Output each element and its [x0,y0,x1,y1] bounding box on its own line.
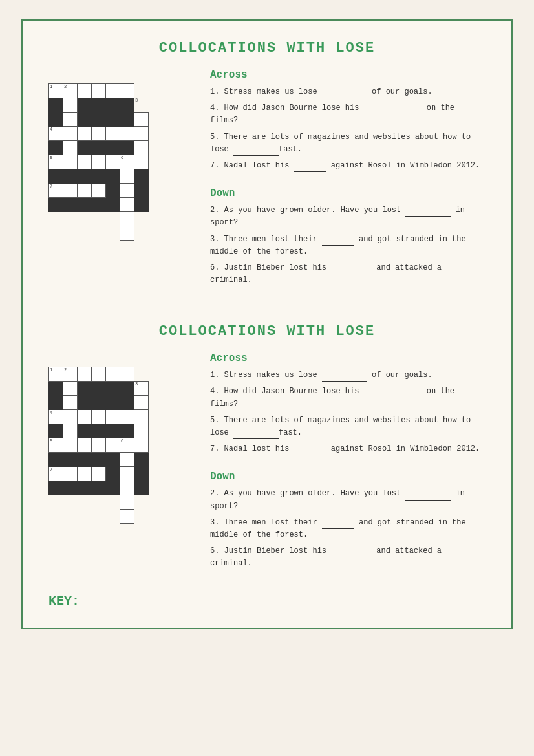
across-title-1: Across [210,69,486,81]
down-title-1: Down [210,188,486,199]
clue-5-across-1: 5. There are lots of magazines and websi… [210,131,486,156]
clue-1-across-2: 1. Stress makes us lose of our goals. [210,369,486,382]
clue-3-down-2: 3. Three men lost their and got stranded… [210,517,486,541]
title-1: COLLOCATIONS WITH LOSE [48,40,486,56]
clue-3-down-1: 3. Three men lost their and got stranded… [210,233,486,258]
clue-4-across-1: 4. How did Jason Bourne lose his on the … [210,102,486,127]
clues-area-1: Across 1. Stress makes us lose of our go… [210,69,486,290]
page: COLLOCATIONS WITH LOSE [21,19,513,629]
clue-4-across-2: 4. How did Jason Bourne lose his on the … [210,385,486,410]
clue-7-across-2: 7. Nadal lost his against Rosol in Wimbl… [210,443,486,455]
section-divider [48,310,486,310]
content-area-2: 1 2 [48,352,486,574]
across-title-2: Across [210,352,486,364]
clue-6-down-1: 6. Justin Bieber lost his and attacked a… [210,262,486,286]
clue-5-across-2: 5. There are lots of magazines and websi… [210,415,486,439]
grid-table-1: 1 2 [48,69,163,241]
content-area-1: 1 2 [48,69,486,290]
clue-7-across-1: 7. Nadal lost his against Rosol in Wimbl… [210,160,486,172]
section-1: COLLOCATIONS WITH LOSE [48,40,486,290]
down-title-2: Down [210,471,486,482]
key-label: KEY: [48,594,80,609]
section-2: COLLOCATIONS WITH LOSE [48,323,486,574]
clue-1-across-1: 1. Stress makes us lose of our goals. [210,86,486,98]
clue-2-down-2: 2. As you have grown older. Have you los… [210,488,486,512]
clue-2-down-1: 2. As you have grown older. Have you los… [210,204,486,229]
crossword-grid-2: 1 2 [48,352,191,574]
grid-table-2: 1 2 [48,352,163,524]
title-2: COLLOCATIONS WITH LOSE [48,323,486,340]
clue-6-down-2: 6. Justin Bieber lost his and attacked a… [210,545,486,570]
clues-area-2: Across 1. Stress makes us lose of our go… [210,352,486,574]
key-section: KEY: [48,594,486,609]
crossword-grid-1: 1 2 [48,69,191,290]
